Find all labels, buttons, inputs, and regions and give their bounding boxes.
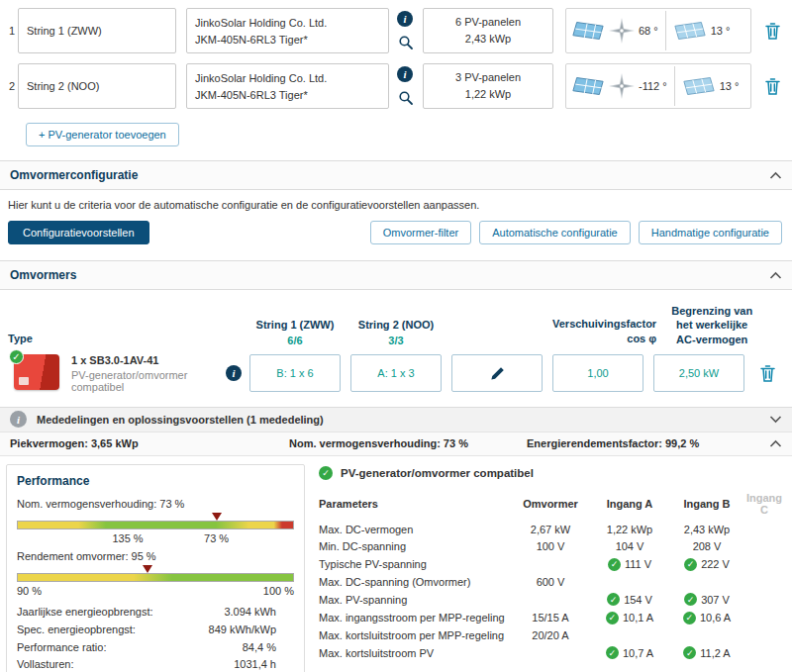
search-icon[interactable] (397, 35, 415, 50)
string2-column-header: String 2 (NOO) 3/3 (350, 319, 442, 346)
table-row: Max. PV-spanning ✓154 V ✓307 V (319, 590, 782, 609)
inverter-config-header: Omvormerconfiguratie (0, 160, 792, 190)
ratio-marker (212, 513, 222, 521)
info-icon: i (10, 411, 27, 428)
trash-icon (760, 365, 775, 382)
efficiency-bar (17, 565, 294, 582)
ingang-b-value: 2,43 kWp (667, 522, 746, 538)
param-label: Min. DC-spanning (319, 538, 509, 555)
string-name: String 2 (NOO) (27, 80, 99, 92)
summary-strip[interactable]: Piekvermogen: 3,65 kWp Nom. vermogensver… (0, 432, 792, 456)
chevron-down-icon (769, 415, 782, 424)
ingang-b-value: ✓307 V (667, 590, 746, 609)
table-header-row: Parameters Omvormer Ingang A Ingang B In… (319, 490, 782, 522)
info-icon[interactable]: i (226, 365, 242, 381)
inverter-info: 1 x SB3.0-1AV-41 PV-generator/omvormer c… (71, 354, 226, 393)
param-label: Max. DC-spanning (Omvormer) (319, 573, 509, 590)
check-icon: ✓ (684, 593, 697, 606)
azimuth-value: -112 ° (639, 80, 667, 92)
check-icon: ✓ (683, 646, 696, 659)
omvormer-value (509, 643, 592, 662)
performance-title: Performance (17, 474, 294, 488)
ingang-a-value: ✓154 V (592, 590, 667, 609)
automatic-configuration-button[interactable]: Automatische configuratie (479, 221, 631, 244)
messages-strip[interactable]: i Mededelingen en oplossingsvoorstellen … (0, 407, 792, 432)
ac-limit-box[interactable]: 2,50 kW (653, 354, 744, 392)
inverter-filter-button[interactable]: Omvormer-filter (370, 221, 471, 244)
type-column-header: Type (8, 333, 249, 346)
ingang-c-value (746, 522, 782, 538)
ingang-c-value (746, 538, 782, 555)
expand-button[interactable] (769, 415, 782, 424)
compatibility-panel: ✓ PV-generator/omvormer compatibel Param… (319, 464, 786, 672)
string-name-input[interactable]: String 1 (ZWW) (18, 8, 176, 53)
string1-assignment-box[interactable]: B: 1 x 6 (249, 354, 341, 392)
config-description: Hier kunt u de criteria voor de automati… (0, 190, 792, 221)
ingang-a-value: ✓10,1 A (592, 609, 667, 627)
stat-row: Spec. energieopbrengst: 849 kWh/kWp (17, 623, 276, 637)
collapse-button[interactable] (769, 271, 782, 280)
module-manufacturer: JinkoSolar Holding Co. Ltd. (195, 70, 380, 87)
panel-power: 2,43 kWp (465, 31, 511, 48)
param-label: Max. kortsluitstroom per MPP-regeling (319, 626, 509, 643)
panel-power: 1,22 kWp (465, 86, 511, 103)
module-box[interactable]: JinkoSolar Holding Co. Ltd. JKM-405N-6RL… (186, 8, 389, 53)
collapse-button[interactable] (769, 171, 782, 180)
performance-panel: Performance Nom. vermogensverhouding: 73… (6, 464, 305, 672)
stat-label: Vollasturen: (17, 657, 73, 672)
module-box[interactable]: JinkoSolar Holding Co. Ltd. JKM-405N-6RL… (186, 63, 389, 109)
configuration-proposals-button[interactable]: Configuratievoorstellen (8, 221, 149, 244)
efficiency-tick-90: 90 % (17, 585, 42, 597)
orientation-box[interactable]: -112 ° 13 ° (565, 63, 751, 109)
check-icon: ✓ (608, 558, 621, 571)
edit-assignment-box[interactable] (451, 354, 543, 392)
add-pv-generator-button[interactable]: + PV-generator toevoegen (26, 123, 179, 146)
ingang-a-value: 1,22 kWp (592, 522, 667, 538)
solar-panel-tilt-icon (673, 20, 707, 42)
inverter-status: PV-generator/omvormer compatibel (71, 369, 226, 393)
search-icon[interactable] (397, 90, 415, 106)
stat-label: Spec. energieopbrengst: (17, 623, 136, 637)
orientation-box[interactable]: 68 ° 13 ° (565, 8, 751, 53)
panel-count-box[interactable]: 3 PV-panelen 1,22 kWp (423, 63, 553, 109)
ratio-bar-label: Nom. vermogensverhouding: 73 % (17, 498, 294, 510)
col-ingang-c: Ingang C (746, 490, 782, 522)
info-icon[interactable]: i (397, 11, 413, 27)
module-manufacturer: JinkoSolar Holding Co. Ltd. (195, 15, 380, 32)
delete-inverter-button[interactable] (754, 365, 780, 382)
compatibility-title: PV-generator/omvormer compatibel (341, 467, 534, 479)
string-name-input[interactable]: String 2 (NOO) (18, 63, 176, 109)
table-row: Min. DC-spanning 100 V 104 V 208 V (319, 538, 782, 555)
col-ingang-a: Ingang A (592, 490, 667, 522)
compass-icon (609, 18, 635, 44)
check-icon: ✓ (684, 558, 697, 571)
omvormer-value: 15/15 A (509, 609, 592, 627)
panel-count-box[interactable]: 6 PV-panelen 2,43 kWp (423, 8, 553, 53)
efficiency-marker (143, 565, 152, 573)
performance-stats: Jaarlijkse energieopbrengst: 3.094 kWh S… (17, 605, 276, 672)
messages-title: Mededelingen en oplossingsvoorstellen (1… (37, 414, 324, 426)
stat-label: Jaarlijkse energieopbrengst: (17, 605, 153, 620)
module-actions: i (397, 8, 415, 53)
omvormer-value: 600 V (509, 573, 592, 590)
param-label: Typische PV-spanning (319, 555, 509, 574)
check-icon: ✓ (683, 612, 696, 624)
ingang-b-value: ✓11,2 A (667, 643, 746, 662)
manual-configuration-button[interactable]: Handmatige configuratie (639, 221, 782, 244)
divider (674, 66, 675, 106)
cos-phi-box[interactable]: 1,00 (552, 354, 644, 392)
check-icon: ✓ (606, 646, 619, 659)
inverters-table-header: Type String 1 (ZWW) 6/6 String 2 (NOO) 3… (8, 304, 792, 354)
check-icon: ✓ (607, 593, 620, 606)
string2-assignment-box[interactable]: A: 1 x 3 (350, 354, 442, 392)
ingang-c-value (746, 643, 782, 662)
stat-value: 84,4 % (243, 640, 276, 655)
info-icon[interactable]: i (397, 66, 413, 82)
collapse-button[interactable] (769, 439, 782, 448)
panel-count: 6 PV-panelen (455, 14, 521, 31)
delete-string-button[interactable] (759, 63, 785, 109)
delete-string-button[interactable] (759, 8, 785, 53)
param-label: Max. kortsluitstroom PV (319, 643, 509, 662)
efficiency-tick-100: 100 % (263, 585, 294, 597)
omvormer-value: 100 V (509, 538, 592, 555)
